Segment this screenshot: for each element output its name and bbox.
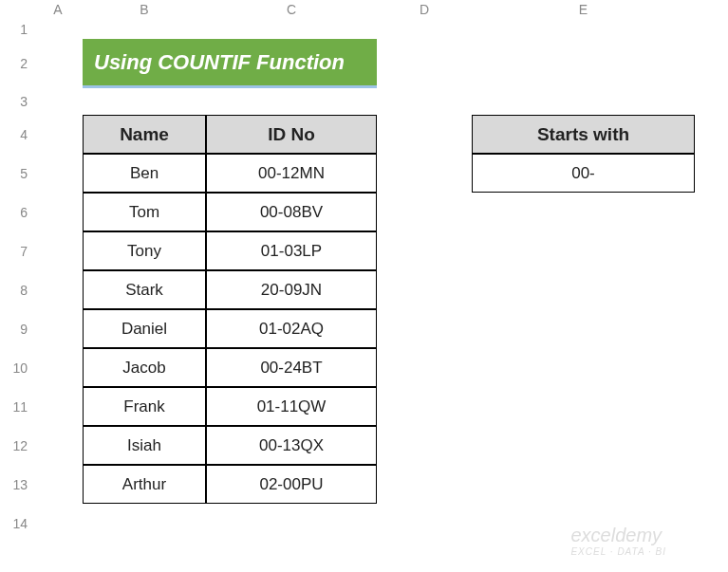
cell[interactable] xyxy=(377,309,728,348)
table1-cell-name[interactable]: Daniel xyxy=(83,309,206,348)
cell[interactable] xyxy=(33,387,83,426)
table1-cell-name[interactable]: Tom xyxy=(83,193,206,231)
cell[interactable] xyxy=(33,309,83,348)
title-cell[interactable]: Using COUNTIF Function xyxy=(83,39,377,88)
cell[interactable] xyxy=(377,154,472,193)
table1-cell-id[interactable]: 00-08BV xyxy=(206,193,377,231)
cell-a4[interactable] xyxy=(33,115,83,154)
table2-header[interactable]: Starts with xyxy=(472,115,695,154)
cell[interactable] xyxy=(695,115,728,154)
row-header-4[interactable]: 4 xyxy=(0,115,33,154)
col-header-b[interactable]: B xyxy=(83,0,206,19)
cell-d4[interactable] xyxy=(377,115,472,154)
row-header-12[interactable]: 12 xyxy=(0,426,33,465)
cell[interactable] xyxy=(377,39,728,88)
cell-a2[interactable] xyxy=(33,39,83,88)
table1-cell-name[interactable]: Arthur xyxy=(83,465,206,504)
table1-cell-name[interactable]: Stark xyxy=(83,270,206,309)
row-header-8[interactable]: 8 xyxy=(0,270,33,309)
col-header-e[interactable]: E xyxy=(472,0,695,19)
row-header-2[interactable]: 2 xyxy=(0,39,33,88)
cell[interactable] xyxy=(33,193,83,231)
watermark: exceldemy EXCEL · DATA · BI xyxy=(570,525,666,557)
row-header-11[interactable]: 11 xyxy=(0,387,33,426)
cell[interactable] xyxy=(695,154,728,193)
cell[interactable] xyxy=(377,426,728,465)
table1-cell-id[interactable]: 01-02AQ xyxy=(206,309,377,348)
table2-value[interactable]: 00- xyxy=(472,154,695,193)
table1-cell-id[interactable]: 01-03LP xyxy=(206,231,377,270)
cell[interactable] xyxy=(33,88,728,115)
table1-cell-name[interactable]: Frank xyxy=(83,387,206,426)
cell[interactable] xyxy=(33,154,83,193)
table1-cell-name[interactable]: Isiah xyxy=(83,426,206,465)
cell[interactable] xyxy=(33,19,728,39)
col-header-a[interactable]: A xyxy=(33,0,83,19)
col-header-d[interactable]: D xyxy=(377,0,472,19)
watermark-text: exceldemy xyxy=(570,525,662,545)
col-header-end xyxy=(695,0,728,19)
row-header-5[interactable]: 5 xyxy=(0,154,33,193)
row-header-7[interactable]: 7 xyxy=(0,231,33,270)
table1-cell-name[interactable]: Ben xyxy=(83,154,206,193)
table1-cell-id[interactable]: 00-13QX xyxy=(206,426,377,465)
watermark-subtext: EXCEL · DATA · BI xyxy=(570,546,666,557)
row-header-10[interactable]: 10 xyxy=(0,348,33,387)
table1-cell-id[interactable]: 20-09JN xyxy=(206,270,377,309)
cell[interactable] xyxy=(33,426,83,465)
table1-cell-id[interactable]: 01-11QW xyxy=(206,387,377,426)
table1-header-name[interactable]: Name xyxy=(83,115,206,154)
cell[interactable] xyxy=(377,387,728,426)
table1-cell-id[interactable]: 02-00PU xyxy=(206,465,377,504)
col-header-c[interactable]: C xyxy=(206,0,377,19)
row-header-14[interactable]: 14 xyxy=(0,504,33,543)
table1-cell-name[interactable]: Jacob xyxy=(83,348,206,387)
spreadsheet: A B C D E 1 2 Using COUNTIF Function 3 4… xyxy=(0,0,728,543)
cell[interactable] xyxy=(33,348,83,387)
cell[interactable] xyxy=(33,270,83,309)
table1-cell-name[interactable]: Tony xyxy=(83,231,206,270)
row-header-3[interactable]: 3 xyxy=(0,88,33,115)
table1-cell-id[interactable]: 00-12MN xyxy=(206,154,377,193)
cell[interactable] xyxy=(377,348,728,387)
cell[interactable] xyxy=(377,231,728,270)
row-header-6[interactable]: 6 xyxy=(0,193,33,231)
cell[interactable] xyxy=(377,465,728,504)
row-header-13[interactable]: 13 xyxy=(0,465,33,504)
row-header-1[interactable]: 1 xyxy=(0,19,33,39)
cell[interactable] xyxy=(33,465,83,504)
row-header-9[interactable]: 9 xyxy=(0,309,33,348)
select-all-corner[interactable] xyxy=(0,0,33,19)
table1-header-id[interactable]: ID No xyxy=(206,115,377,154)
cell[interactable] xyxy=(33,231,83,270)
cell[interactable] xyxy=(377,193,728,231)
cell[interactable] xyxy=(377,270,728,309)
table1-cell-id[interactable]: 00-24BT xyxy=(206,348,377,387)
